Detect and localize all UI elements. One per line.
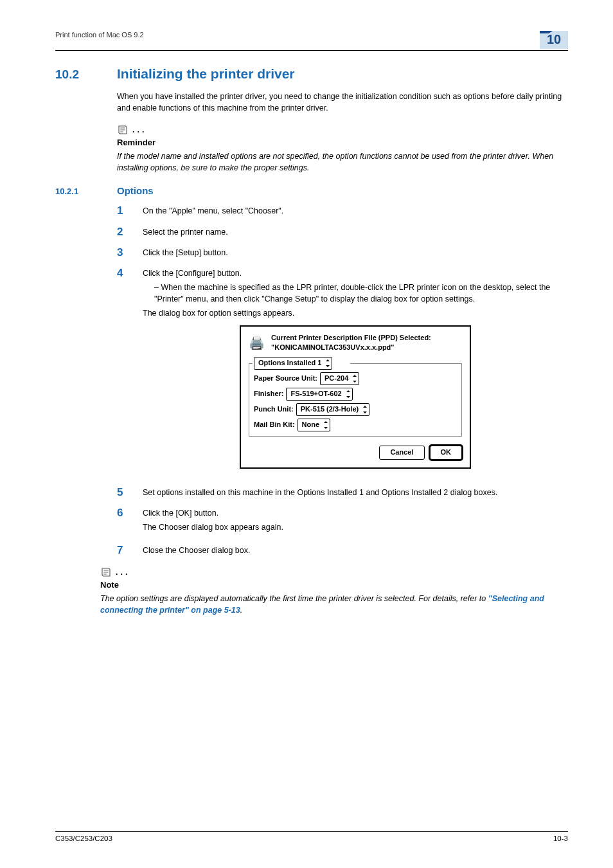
step-text: On the "Apple" menu, select "Chooser". — [143, 205, 568, 217]
section-number: 10.2 — [55, 68, 100, 82]
running-title: Print function of Mac OS 9.2 — [55, 31, 144, 39]
mail-bin-label: Mail Bin Kit: — [254, 420, 295, 430]
step-number: 6 — [117, 507, 143, 536]
step-6: 6 Click the [OK] button. The Chooser dia… — [143, 507, 568, 536]
header-rule — [55, 50, 568, 51]
dialog-header-line1: Current Printer Description File (PPD) S… — [271, 333, 431, 342]
punch-unit-label: Punch Unit: — [254, 404, 294, 415]
step-after-text: The Chooser dialog box appears again. — [143, 521, 568, 533]
step-text: Close the Chooser dialog box. — [143, 545, 568, 556]
finisher-label: Finisher: — [254, 389, 283, 399]
step-number: 5 — [117, 487, 143, 498]
note-icon — [117, 124, 129, 136]
step-2: 2 Select the printer name. — [143, 226, 568, 238]
section-title: Initializing the printer driver — [117, 66, 295, 82]
note-body: The option settings are displayed automa… — [100, 593, 568, 616]
step-7: 7 Close the Chooser dialog box. — [143, 545, 568, 556]
note-text-suffix: . — [240, 606, 242, 615]
dialog-header-line2: "KONICAMINOLTAC353UVx.x.x.ppd" — [271, 343, 431, 352]
section-heading: 10.2 Initializing the printer driver — [55, 66, 568, 82]
reminder-body: If the model name and installed options … — [117, 150, 568, 174]
options-dialog: 🖨️ Current Printer Description File (PPD… — [240, 325, 471, 468]
step-after-text: The dialog box for option settings appea… — [143, 307, 568, 319]
step-text: Click the [Configure] button. — [143, 267, 568, 279]
cancel-button[interactable]: Cancel — [379, 446, 424, 460]
footer-rule — [55, 831, 568, 832]
mail-bin-select[interactable]: None — [298, 419, 331, 431]
paper-source-select[interactable]: PC-204 — [320, 372, 359, 385]
subsection-heading: 10.2.1 Options — [55, 185, 568, 196]
footer-page-number: 10-3 — [553, 835, 568, 842]
step-number: 7 — [117, 545, 143, 556]
note-text-prefix: The option settings are displayed automa… — [100, 594, 488, 603]
ok-button[interactable]: OK — [430, 446, 463, 460]
step-number: 2 — [117, 226, 143, 238]
paper-source-label: Paper Source Unit: — [254, 374, 317, 384]
running-header: Print function of Mac OS 9.2 10 — [55, 31, 568, 49]
ellipsis-icon: ... — [116, 566, 130, 578]
step-3: 3 Click the [Setup] button. — [143, 247, 568, 258]
section-intro: When you have installed the printer driv… — [117, 91, 568, 114]
step-number: 3 — [117, 247, 143, 258]
step-text: Select the printer name. — [143, 226, 568, 238]
step-1: 1 On the "Apple" menu, select "Chooser". — [143, 205, 568, 217]
note-label: Note — [100, 579, 568, 592]
chapter-number-badge: 10 — [540, 31, 568, 49]
reminder-label: Reminder — [117, 137, 568, 149]
step-4: 4 Click the [Configure] button. When the… — [143, 267, 568, 478]
printer-icon: 🖨️ — [249, 336, 265, 349]
ellipsis-icon: ... — [132, 124, 147, 136]
step-number: 1 — [117, 205, 143, 217]
options-installed-select[interactable]: Options Installed 1 — [254, 357, 332, 370]
subsection-title: Options — [117, 185, 154, 196]
step-text: Click the [Setup] button. — [143, 247, 568, 258]
step-subbullet: When the machine is specified as the LPR… — [154, 282, 568, 305]
page-footer: C353/C253/C203 10-3 — [55, 831, 568, 842]
note-callout: ... Note The option settings are display… — [100, 566, 568, 616]
note-icon — [100, 566, 112, 578]
step-text: Set options installed on this machine in… — [143, 487, 568, 498]
reminder-callout: ... Reminder If the model name and insta… — [117, 124, 568, 174]
footer-model: C353/C253/C203 — [55, 835, 112, 842]
finisher-select[interactable]: FS-519+OT-602 — [286, 388, 352, 401]
step-text: Click the [OK] button. — [143, 507, 568, 519]
subsection-number: 10.2.1 — [55, 186, 100, 196]
step-number: 4 — [117, 267, 143, 478]
step-5: 5 Set options installed on this machine … — [143, 487, 568, 498]
punch-unit-select[interactable]: PK-515 (2/3-Hole) — [296, 403, 369, 416]
